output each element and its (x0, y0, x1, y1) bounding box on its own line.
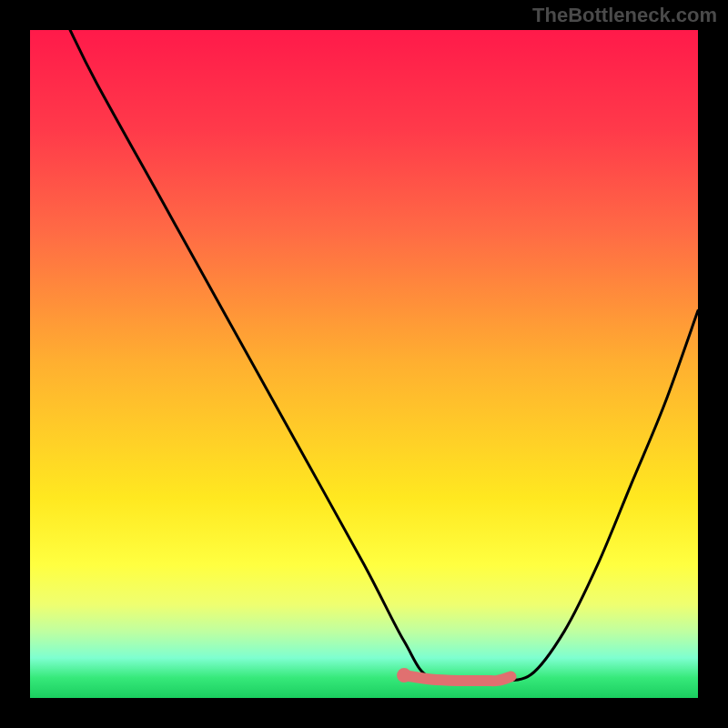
plot-area (30, 30, 698, 698)
watermark-text: TheBottleneck.com (532, 4, 717, 27)
bottleneck-curve (70, 30, 698, 682)
curve-svg (30, 30, 698, 698)
chart-container: TheBottleneck.com (0, 0, 728, 728)
highlight-segment (404, 675, 511, 681)
highlight-dot (397, 668, 411, 682)
